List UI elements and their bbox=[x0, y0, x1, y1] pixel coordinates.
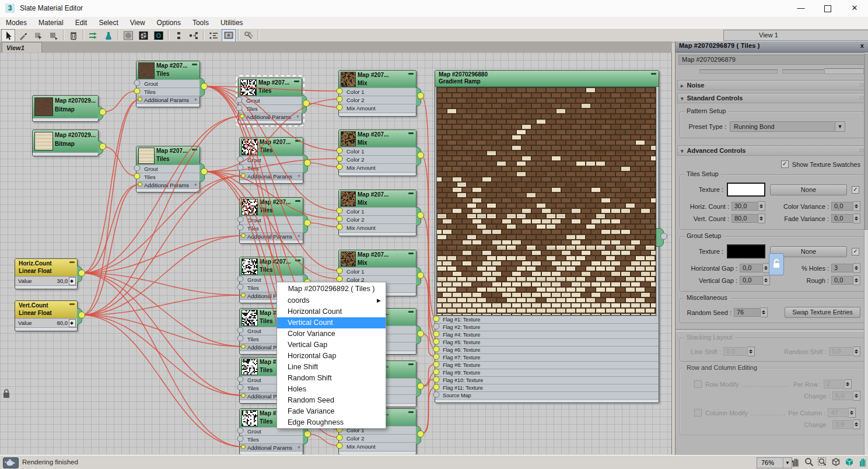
menu-utilities[interactable]: Utilities bbox=[215, 18, 249, 28]
node-slot-color-2[interactable]: Color 2 bbox=[339, 215, 416, 223]
node-slot-grout[interactable]: Grout bbox=[240, 216, 303, 224]
node-mix2[interactable]: Map #207...MixColor 1Color 2Mix Amount bbox=[338, 130, 416, 176]
node-minimize-icon[interactable] bbox=[69, 261, 75, 263]
node-slot-tiles[interactable]: Tiles bbox=[240, 435, 303, 443]
vertical-gap-spinner[interactable]: 0,0 bbox=[740, 275, 770, 285]
gradient-slot-flag-10-texture[interactable]: Flag #10: Texture bbox=[435, 376, 659, 384]
gap-lock-icon[interactable] bbox=[769, 253, 784, 275]
pan-to-selected-icon[interactable] bbox=[858, 457, 868, 468]
node-slot-grout[interactable]: Grout bbox=[136, 164, 200, 173]
layout-all-vertical[interactable] bbox=[172, 29, 186, 42]
pick-material-eyedropper[interactable] bbox=[16, 29, 30, 42]
node-slot-color-1[interactable]: Color 1 bbox=[339, 267, 416, 275]
context-menu-item-coords[interactable]: coords▶ bbox=[277, 295, 386, 306]
swap-texture-entries-button[interactable]: Swap Texture Entries bbox=[785, 307, 860, 318]
random-seed-spinner[interactable]: 76 bbox=[734, 307, 768, 317]
node-slot-tiles[interactable]: Tiles bbox=[240, 164, 303, 172]
gradient-slot-source-map[interactable]: Source Map bbox=[435, 391, 659, 399]
render-teapot-icon[interactable] bbox=[3, 457, 19, 468]
delete-button[interactable] bbox=[66, 29, 80, 42]
gradient-slot-flag-5-texture[interactable]: Flag #5: Texture bbox=[435, 338, 659, 346]
put-material-to-scene[interactable] bbox=[32, 29, 46, 42]
context-menu-item-edge-roughness[interactable]: Edge Roughness bbox=[277, 417, 386, 428]
node-minimize-icon[interactable] bbox=[408, 132, 414, 134]
vert-count-spinner[interactable]: 80,0 bbox=[732, 214, 765, 223]
node-slot-tiles[interactable]: Tiles bbox=[239, 104, 302, 113]
node-minimize-icon[interactable] bbox=[69, 303, 75, 305]
node-slot-color-2[interactable]: Color 2 bbox=[339, 155, 416, 163]
grout-texture-enable-checkbox[interactable]: ✓ bbox=[852, 248, 859, 256]
value-field[interactable]: 80,0 bbox=[57, 318, 68, 327]
context-menu-item-horizontal-count[interactable]: Horizontal Count bbox=[277, 306, 386, 317]
node-bitmap2[interactable]: Map #207029...Bitmap bbox=[32, 130, 99, 156]
zoom-region-icon[interactable] bbox=[817, 457, 830, 468]
gradient-slot-flag-8-texture[interactable]: Flag #8: Texture bbox=[435, 361, 659, 369]
node-slot-mix-amount[interactable]: Mix Amount bbox=[339, 104, 416, 112]
pan-zoom-tool[interactable] bbox=[242, 29, 256, 42]
node-minimize-icon[interactable] bbox=[295, 260, 300, 261]
close-button[interactable]: ✕ bbox=[841, 0, 868, 16]
menu-view[interactable]: View bbox=[124, 18, 151, 28]
node-tilesB[interactable]: Map #207...TilesGroutTilesAdditional Par… bbox=[136, 146, 200, 192]
node-mix1[interactable]: Map #207...MixColor 1Color 2Mix Amount bbox=[338, 70, 416, 117]
show-background[interactable] bbox=[121, 29, 135, 42]
gradient-slot-flag-6-texture[interactable]: Flag #6: Texture bbox=[435, 346, 659, 354]
menu-tools[interactable]: Tools bbox=[187, 18, 215, 28]
node-slot-additional-params[interactable]: Additional Params+ bbox=[240, 443, 303, 452]
node-minimize-icon[interactable] bbox=[192, 149, 197, 150]
minimize-button[interactable]: — bbox=[788, 0, 814, 16]
rollout-standard-controls[interactable]: ▾Standard Controls∷ bbox=[677, 93, 867, 103]
node-slot-additional-params[interactable]: Additional Params+ bbox=[136, 181, 200, 189]
node-slot-color-1[interactable]: Color 1 bbox=[339, 147, 416, 155]
context-menu-item-horizontal-gap[interactable]: Horizontal Gap bbox=[277, 351, 386, 362]
material-preview-window[interactable] bbox=[222, 29, 236, 42]
node-tilesA[interactable]: Map #207...TilesGroutTilesAdditional Par… bbox=[136, 61, 200, 107]
gradient-slot-flag-2-texture[interactable]: Flag #2: Texture bbox=[435, 323, 659, 331]
menu-modes[interactable]: Modes bbox=[0, 18, 33, 28]
tiles-texture-swatch[interactable] bbox=[727, 183, 765, 197]
node-slot-mix-amount[interactable]: Mix Amount bbox=[339, 442, 416, 450]
gradient-slot-flag-4-texture[interactable]: Flag #4: Texture bbox=[435, 331, 659, 338]
node-slot-mix-amount[interactable]: Mix Amount bbox=[339, 163, 416, 172]
show-texture-swatches-checkbox[interactable]: ✓ bbox=[781, 160, 789, 168]
node-mix3[interactable]: Map #207...MixColor 1Color 2Mix Amount bbox=[338, 190, 416, 236]
zoom-level-dropdown[interactable]: 76% ▼ bbox=[757, 457, 792, 468]
node-slot-mix-amount[interactable]: Mix Amount bbox=[339, 223, 416, 232]
chevron-down-icon[interactable]: ▼ bbox=[835, 122, 845, 131]
node-horiz[interactable]: Horiz.CountLinear FloatValue30,0 bbox=[15, 258, 78, 289]
node-slot-tiles[interactable]: Tiles bbox=[136, 173, 200, 181]
assign-material-to-selection[interactable] bbox=[47, 29, 61, 42]
maximize-button[interactable] bbox=[814, 0, 841, 16]
gradient-slot-flag-9-texture[interactable]: Flag #9: Texture bbox=[435, 369, 659, 376]
node-minimize-icon[interactable] bbox=[295, 140, 300, 142]
fade-variance-spinner[interactable]: 0,0 bbox=[831, 214, 860, 223]
node-slot-additional-params[interactable]: Additional Params+ bbox=[240, 172, 303, 180]
node-minimize-icon[interactable] bbox=[295, 200, 300, 202]
horizontal-gap-spinner[interactable]: 0,0 bbox=[740, 263, 770, 273]
context-menu-item-vertical-count[interactable]: Vertical Count bbox=[277, 317, 386, 328]
tab-view1[interactable]: View1 bbox=[2, 42, 42, 53]
panel-close-icon[interactable]: x bbox=[860, 42, 864, 49]
show-checker-background[interactable] bbox=[136, 29, 150, 42]
node-slot-additional-params[interactable]: Additional Params+ bbox=[136, 96, 200, 104]
menu-edit[interactable]: Edit bbox=[69, 18, 93, 28]
grout-texture-swatch[interactable] bbox=[727, 244, 765, 258]
menu-options[interactable]: Options bbox=[151, 18, 187, 28]
gradient-slot-flag-1-texture[interactable]: Flag #1: Texture bbox=[435, 316, 659, 323]
options-checklist[interactable] bbox=[206, 29, 220, 42]
move-children-tool[interactable] bbox=[86, 29, 100, 42]
context-menu-item-fade-variance[interactable]: Fade Variance bbox=[277, 406, 386, 417]
node-slot-grout[interactable]: Grout bbox=[239, 96, 302, 104]
context-menu-item-random-shift[interactable]: Random Shift bbox=[277, 373, 386, 384]
menu-select[interactable]: Select bbox=[93, 18, 124, 28]
layout-children[interactable] bbox=[187, 29, 201, 42]
rollout-noise[interactable]: ▸Noise∷ bbox=[677, 80, 867, 90]
context-menu-item-line-shift[interactable]: Line Shift bbox=[277, 362, 386, 373]
gradient-slot-flag-11-texture[interactable]: Flag #11: Texture bbox=[435, 384, 659, 391]
node-slot-additional-params[interactable]: Additional Params+ bbox=[240, 232, 303, 240]
context-menu-item-holes[interactable]: Holes bbox=[277, 384, 386, 395]
zoom-extents-icon[interactable] bbox=[831, 457, 844, 468]
panel-titlebar[interactable]: Map #2070296879 ( Tiles ) x bbox=[676, 41, 868, 52]
node-tilesSel[interactable]: Map #207...TilesGroutTilesAdditional Par… bbox=[238, 78, 302, 124]
value-spinner[interactable] bbox=[69, 319, 76, 327]
